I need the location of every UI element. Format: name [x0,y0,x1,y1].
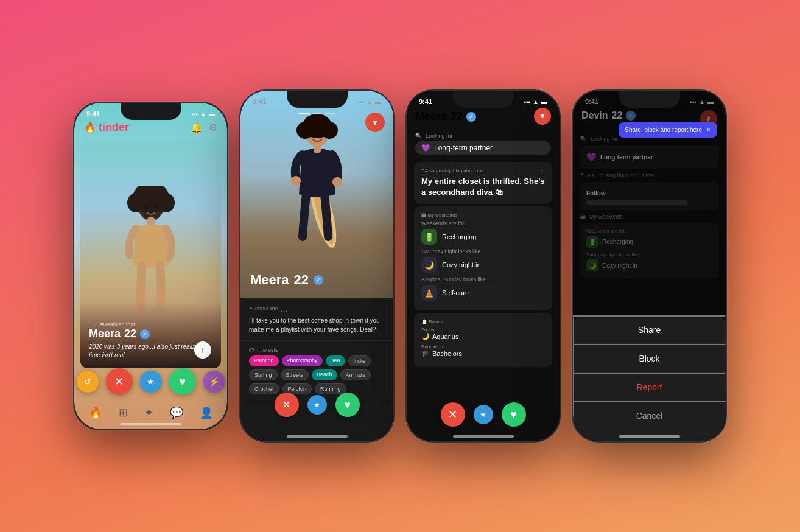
weekends-label: 🏔 My weekends [421,212,545,218]
signal-icon: ▪▪▪ [191,111,198,117]
svg-point-6 [144,206,148,210]
self-care-item: 🧘 Self-care [421,285,545,301]
status-bar-3: 9:41 ▪▪▪ ▲ ▬ [407,96,560,108]
nav-flame[interactable]: 🔥 [89,406,102,419]
zodiac-value: Aquarius [432,333,458,340]
self-care-text: Self-care [442,289,469,296]
profile-name-overlay: Meera 22 ✓ [250,272,323,288]
svg-rect-14 [314,144,321,153]
signal-3: ▪▪▪ [524,99,530,105]
status-icons-2: ▪▪▪ ▲ ▬ [357,99,381,105]
header-icons: 🔔 ⚙ [191,122,217,133]
cozy-night-item: 🌙 Cozy night in [421,257,545,273]
svg-point-13 [321,122,338,139]
svg-point-16 [332,177,342,187]
status-time-4: 9:41 [585,98,598,105]
signal-4: ▪▪▪ [690,99,696,105]
education-item: Education 🎓 Bachelors [421,344,545,357]
home-indicator-3 [453,435,514,438]
battery-3: ▬ [541,99,547,105]
tag-surfing: Surfing [249,369,278,380]
battery-icon: ▬ [209,111,215,117]
tooltip-close[interactable]: ✕ [706,126,711,134]
wifi-4: ▲ [699,99,705,105]
phones-container: 9:41 ▪▪▪ ▲ ▬ 🔥 tinder 🔔 ⚙ [61,77,739,455]
more-dots-3[interactable]: ··· [541,168,545,173]
looking-for-label: 🔍 Looking for [415,133,551,139]
star-btn-3[interactable]: ★ [474,405,493,424]
dislike-btn-3[interactable]: ▼ [534,108,551,125]
nope-btn-2[interactable]: ✕ [275,393,299,417]
basics-label: 📋 Basics [421,319,545,324]
nav-message[interactable]: 💬 [170,406,183,419]
status-icons-1: ▪▪▪ ▲ ▬ [191,111,215,117]
saturday-label: Saturday night looks like... [421,248,545,254]
tag-painting: Painting [249,355,279,366]
share-button[interactable]: Share [573,315,726,344]
zodiac-item: Zodiac 🌙 Aquarius [421,327,545,340]
filter-icon[interactable]: ⚙ [209,122,217,133]
about-text: I'll take you to the best coffee shop in… [249,316,385,334]
cozy-icon: 🌙 [421,257,437,273]
status-bar-1: 9:41 ▪▪▪ ▲ ▬ [74,108,227,120]
tag-beach: Beach [312,369,337,380]
wifi-3: ▲ [533,99,539,105]
nav-match[interactable]: ⊞ [119,406,128,419]
svg-point-12 [296,122,314,139]
status-time-2: 9:41 [253,98,266,105]
swipe-card[interactable]: "I just realized that... Meera 22 ✓ 2020… [80,139,221,368]
like-button[interactable]: ♥ [169,368,196,395]
phone-3: 9:41 ▪▪▪ ▲ ▬ Meera 22 ✓ ▼ [405,89,561,443]
status-bar-2: 9:41 ▪▪▪ ▲ ▬ [240,96,393,108]
interests-tags: Painting Photography Bea Indie Surfing S… [249,355,385,394]
surprising-label: ❝ A surprising thing about me... ··· [421,168,545,173]
app-name: tinder [99,121,129,134]
bottom-nav-1: 🔥 ⊞ ✦ 💬 👤 [74,406,227,419]
nope-button[interactable]: ✕ [106,368,133,395]
action-row-3: ✕ ★ ♥ [407,402,560,427]
home-indicator-1 [121,423,181,425]
wifi-icon: ▲ [200,111,206,117]
wifi-2: ▲ [367,99,373,105]
block-button[interactable]: Block [573,344,726,373]
about-section: ❝ About me ... I'll take you to the best… [240,298,393,341]
surprising-text: My entire closet is thrifted. She's a se… [421,176,545,198]
surprising-card: ❝ A surprising thing about me... ··· My … [414,162,552,204]
more-dots[interactable]: ... [281,304,288,313]
nope-btn-3[interactable]: ✕ [441,402,465,427]
app-header-1: 🔥 tinder 🔔 ⚙ [74,121,227,134]
boost-card-button[interactable]: ↑ [194,341,211,359]
notification-icon[interactable]: 🔔 [191,122,203,133]
phone-4: 9:41 ▪▪▪ ▲ ▬ Devin 22 ✓ [572,89,727,443]
report-button[interactable]: Report [573,373,726,401]
boost-button[interactable]: ⚡ [203,371,225,393]
cancel-button[interactable]: Cancel [573,401,726,429]
self-care-icon: 🧘 [421,285,437,301]
like-btn-2[interactable]: ♥ [335,393,360,417]
edu-value: Bachelors [432,350,462,357]
photo-dots [299,113,335,114]
star-btn-2[interactable]: ★ [307,395,327,415]
tinder-logo: 🔥 tinder [84,121,129,134]
tag-indie: Indie [348,355,371,366]
recharging-item: 🔋 Recharging [421,229,545,245]
weekends-card: 🏔 My weekends Weekends are for... 🔋 Rech… [414,206,552,310]
verified-icon: ✓ [140,329,150,339]
action-buttons-row: ↺ ✕ ★ ♥ ⚡ [74,368,227,395]
nav-profile[interactable]: 👤 [200,406,213,419]
looking-for-value: 💜 Long-term partner [415,141,551,155]
card-name: Meera 22 ✓ [89,327,212,340]
surfer-illustration [268,91,366,273]
weekends-for-label: Weekends are for... [421,220,545,226]
recharging-icon: 🔋 [421,229,437,245]
status-icons-4: ▪▪▪ ▲ ▬ [690,99,714,105]
action-row-2: ✕ ★ ♥ [240,393,393,417]
undo-button[interactable]: ↺ [77,371,99,393]
nav-explore[interactable]: ✦ [144,406,153,419]
superlike-button[interactable]: ★ [140,371,162,393]
tag-bea: Bea [326,355,345,366]
phone-1: 9:41 ▪▪▪ ▲ ▬ 🔥 tinder 🔔 ⚙ [73,102,228,430]
dislike-button-2[interactable]: ▼ [365,113,385,132]
like-btn-3[interactable]: ♥ [502,402,526,427]
flame-icon: 🔥 [84,122,96,133]
